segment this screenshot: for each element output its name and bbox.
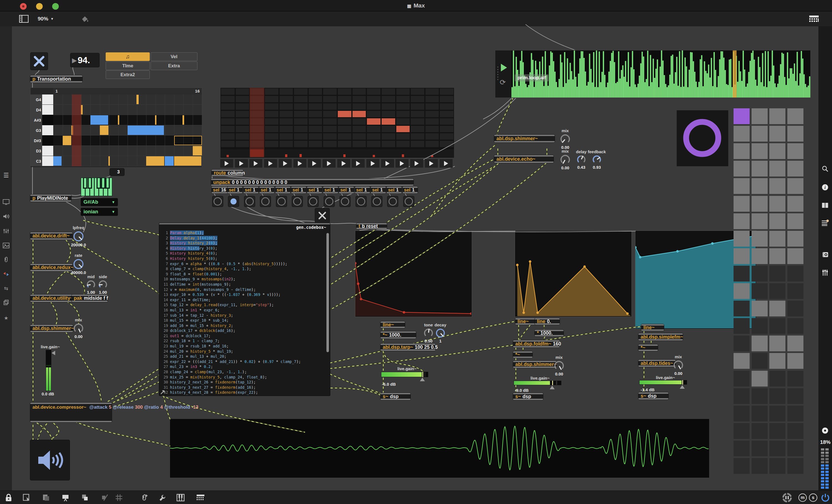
feedback-knob[interactable] bbox=[592, 155, 601, 164]
matrix-cell[interactable] bbox=[338, 133, 352, 140]
bang-button[interactable] bbox=[260, 196, 271, 207]
bang-button[interactable] bbox=[324, 196, 335, 207]
matrix-cell[interactable] bbox=[294, 96, 308, 102]
object-box-sel[interactable]: sel1 bbox=[371, 187, 386, 193]
matrix-cell[interactable] bbox=[338, 96, 352, 102]
matrix-cell[interactable] bbox=[221, 133, 235, 140]
pad-cell[interactable] bbox=[733, 266, 750, 281]
matrix-cell[interactable] bbox=[323, 126, 337, 132]
matrix-cell[interactable] bbox=[294, 103, 308, 110]
object-box-star2[interactable]: *~ bbox=[513, 351, 532, 358]
note-cell[interactable] bbox=[165, 156, 174, 166]
mixer-icon[interactable] bbox=[2, 227, 10, 235]
note-cell[interactable] bbox=[155, 115, 156, 125]
matrix-cell[interactable] bbox=[425, 141, 439, 147]
column-trigger-button[interactable] bbox=[410, 159, 423, 168]
matrix-cell[interactable] bbox=[396, 88, 410, 95]
delay-knob[interactable] bbox=[577, 155, 586, 164]
pad-cell[interactable] bbox=[752, 126, 768, 142]
pad-cell[interactable] bbox=[733, 178, 750, 194]
pad-cell[interactable] bbox=[733, 213, 750, 229]
pad-cell[interactable] bbox=[752, 196, 768, 212]
note-cell[interactable] bbox=[174, 156, 202, 166]
code-line[interactable]: 22rsub_18 = 1 - clamp_7; bbox=[161, 338, 324, 343]
grid-icon[interactable] bbox=[114, 493, 123, 502]
clipboard-icon[interactable] bbox=[2, 299, 10, 306]
object-box-route[interactable]: routecolumn bbox=[212, 170, 243, 176]
copy-icon[interactable] bbox=[80, 493, 89, 502]
matrix-cell[interactable] bbox=[396, 118, 410, 125]
zoom-dropdown[interactable]: 90%▼ bbox=[33, 15, 58, 23]
attach-icon[interactable] bbox=[140, 493, 149, 502]
inspector-list-icon[interactable] bbox=[821, 219, 829, 227]
matrix-cell[interactable] bbox=[367, 88, 381, 95]
mid-knob[interactable] bbox=[86, 280, 96, 289]
matrix-cell[interactable] bbox=[280, 103, 293, 110]
code-line[interactable]: 31history_3_next_27 = fixdenorm(add_16); bbox=[161, 385, 324, 390]
playlist-player[interactable]: ⟳ prim.loop.aif bbox=[495, 50, 810, 97]
info-icon[interactable]: i bbox=[821, 183, 829, 192]
matrix-cell[interactable] bbox=[236, 118, 249, 125]
loop-icon[interactable]: ⟳ bbox=[500, 78, 506, 87]
matrix-cell[interactable] bbox=[236, 111, 249, 117]
column-trigger-button[interactable] bbox=[395, 159, 409, 168]
matrix-cell[interactable] bbox=[280, 88, 293, 95]
note-cell[interactable] bbox=[136, 95, 139, 104]
pad-cell[interactable] bbox=[787, 161, 803, 176]
matrix-cell[interactable] bbox=[440, 88, 453, 95]
matrix-cell[interactable] bbox=[323, 96, 337, 102]
object-box-line3[interactable]: line~ bbox=[641, 324, 664, 331]
object-box-shimmer_r[interactable]: abl.dsp.shimmer~ bbox=[494, 135, 555, 142]
matrix-cell[interactable] bbox=[440, 126, 453, 132]
pad-cell[interactable] bbox=[752, 178, 768, 194]
matrix-cell[interactable] bbox=[382, 88, 395, 95]
code-line[interactable]: 3History history_2(0); bbox=[161, 241, 324, 246]
code-line[interactable]: 26expr_22 = (((add_21 * add_21)) * 0.02)… bbox=[161, 359, 324, 364]
tempo-number-box[interactable]: ▸94. bbox=[71, 53, 99, 67]
matrix-cell[interactable] bbox=[425, 133, 439, 140]
pad-cell[interactable] bbox=[752, 441, 768, 456]
pad-cell[interactable] bbox=[769, 283, 785, 299]
object-box-sdsp1[interactable]: s~dsp bbox=[381, 393, 411, 400]
pad-cell[interactable] bbox=[752, 266, 768, 281]
codebox-scrollbar[interactable] bbox=[327, 233, 329, 352]
matrix-cell[interactable] bbox=[338, 118, 352, 125]
matrix-cell[interactable] bbox=[265, 88, 279, 95]
code-line[interactable]: 23mul_19 = rsub_18 * add_16; bbox=[161, 343, 324, 349]
image-icon[interactable] bbox=[2, 242, 10, 249]
pad-cell[interactable] bbox=[787, 126, 803, 142]
velocity-bar[interactable] bbox=[227, 155, 229, 157]
bang-button[interactable] bbox=[212, 196, 223, 207]
object-box-sel[interactable]: sel1 bbox=[307, 187, 322, 193]
matrix-cell[interactable] bbox=[440, 118, 453, 125]
matrix-cell[interactable] bbox=[353, 118, 366, 125]
velocity-bar[interactable] bbox=[300, 154, 302, 157]
matrix-cell[interactable] bbox=[367, 133, 381, 140]
matrix-cell-on[interactable] bbox=[353, 111, 366, 117]
pad-cell[interactable] bbox=[787, 196, 803, 212]
object-box-line1[interactable]: line~ bbox=[381, 321, 405, 328]
pad-cell[interactable] bbox=[752, 353, 768, 369]
bang-button[interactable] bbox=[228, 196, 239, 207]
matrix-cell[interactable] bbox=[382, 111, 395, 117]
pad-cell[interactable] bbox=[733, 231, 750, 247]
matrix-cell[interactable] bbox=[425, 96, 439, 102]
mix_col2-knob[interactable] bbox=[554, 361, 564, 371]
pad-cell[interactable] bbox=[769, 196, 785, 212]
matrix-cell[interactable] bbox=[396, 103, 410, 110]
arrows-swap-icon[interactable]: ⇆ bbox=[2, 285, 10, 292]
pad-cell[interactable] bbox=[733, 108, 750, 124]
matrix-cell[interactable] bbox=[236, 126, 249, 132]
object-box-sel[interactable]: sel1 bbox=[259, 187, 274, 193]
code-line[interactable]: 9float_8 = float(0.001); bbox=[161, 272, 324, 277]
velocity-bar[interactable] bbox=[373, 155, 375, 157]
object-box-sel[interactable]: sel1 bbox=[403, 187, 418, 193]
display-icon[interactable] bbox=[2, 198, 10, 206]
code-line[interactable]: 19add_16 = mul_15 + history_2; bbox=[161, 323, 324, 328]
matrix-cell[interactable] bbox=[367, 126, 381, 132]
matrix-cell[interactable] bbox=[265, 96, 279, 102]
tab-notes[interactable]: ♫ bbox=[106, 52, 150, 61]
matrix-cell[interactable] bbox=[338, 141, 352, 147]
pad-cell[interactable] bbox=[733, 318, 750, 334]
velocity-bar[interactable] bbox=[343, 154, 345, 157]
